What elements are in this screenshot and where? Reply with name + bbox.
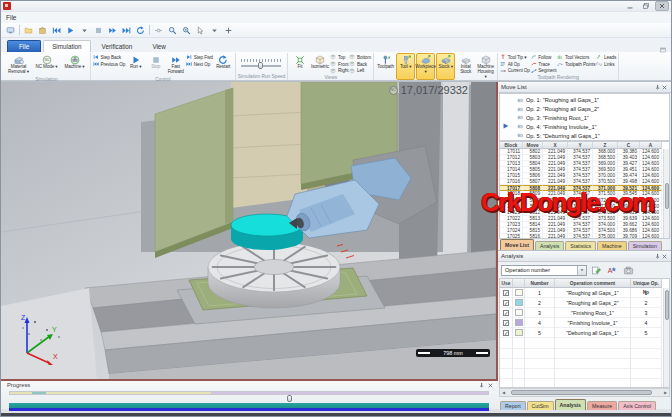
qat-open-button[interactable] <box>22 24 35 37</box>
step-back-button[interactable]: Step Back <box>93 54 125 61</box>
qat-fast-forward-button[interactable] <box>106 24 119 37</box>
op-number[interactable]: 5 <box>525 328 555 338</box>
operation-tree-item[interactable]: Op. 5: "Deburring all Gaps_1" <box>500 131 669 140</box>
initial-stock-button[interactable]: Initial Stock <box>456 53 475 80</box>
links-button[interactable]: Links <box>596 61 616 68</box>
op-comment[interactable]: "Finishing Involute_1" <box>555 318 631 328</box>
dock-tab-measure[interactable]: Measure <box>587 401 617 410</box>
ribbon-tab-file[interactable]: File <box>7 40 41 52</box>
qat-cursor-button[interactable] <box>194 24 207 37</box>
step-fwd-button[interactable]: Step Fwd <box>186 54 213 61</box>
op-unique-number[interactable]: 2 <box>631 298 662 308</box>
stop-button[interactable]: Stop <box>146 53 165 76</box>
dock-tab-move-list[interactable]: Move List <box>500 239 534 250</box>
progress-track[interactable] <box>9 391 489 395</box>
op-number[interactable]: 3 <box>525 308 555 318</box>
view-cube-button[interactable]: Bottom <box>349 54 371 61</box>
analysis-hscrollbar[interactable]: ◀▶ <box>499 388 670 397</box>
run-speed-handle[interactable] <box>258 62 263 69</box>
maximize-button[interactable] <box>639 1 653 11</box>
workpiece-button[interactable]: Workpiece ▾ <box>416 53 435 80</box>
qat-screen-button[interactable] <box>4 24 17 37</box>
move-column-header[interactable]: A <box>640 142 662 149</box>
ribbon-collapse-icon[interactable] <box>659 40 667 58</box>
move-column-header[interactable]: X <box>543 142 568 149</box>
close-icon[interactable] <box>487 382 494 389</box>
tool-tip-button[interactable]: Tool Tip ▾ <box>500 54 530 61</box>
pin-icon[interactable] <box>654 84 661 91</box>
dock-tab-statistics[interactable]: Statistics <box>565 241 596 250</box>
viewport-3d[interactable]: NC 17,017/29332 Z Y X 798 mm <box>1 82 498 379</box>
op-unique-number[interactable]: 3 <box>631 308 662 318</box>
close-icon[interactable] <box>661 84 668 91</box>
view-cube-button[interactable]: Left <box>349 68 371 75</box>
ribbon-tab-verification[interactable]: Verification <box>93 40 142 52</box>
fast-forward-button[interactable]: Fast Forward <box>166 53 185 76</box>
tool-button[interactable]: Tool ▾ <box>396 53 415 80</box>
analysis-column-header[interactable]: Number <box>525 279 555 288</box>
qat-run-button[interactable] <box>64 24 77 37</box>
qat-stop-button[interactable] <box>92 24 105 37</box>
leads-button[interactable]: Leads <box>596 54 616 61</box>
dock-tab-simulation[interactable]: Simulation <box>628 241 662 250</box>
move-column-header[interactable]: Block <box>500 142 523 149</box>
auto-highlight-button[interactable]: A <box>606 264 619 277</box>
move-column-header[interactable]: Y <box>568 142 593 149</box>
op-number[interactable]: 4 <box>525 318 555 328</box>
pin-icon[interactable] <box>478 382 485 389</box>
op-comment[interactable]: "Roughing all Gaps_1" <box>555 288 631 298</box>
tool-vectors-button[interactable]: Tool Vectors <box>557 54 595 61</box>
qat-dropdown-button[interactable] <box>208 24 221 37</box>
operation-tree-item[interactable]: Op. 4: "Finishing Involute_1" <box>500 122 669 131</box>
run-speed-slider[interactable] <box>238 53 284 73</box>
stock-button[interactable]: Stock ▾ <box>436 53 455 80</box>
operation-tree-item[interactable]: Op. 1: "Roughing all Gaps_1" <box>500 96 669 105</box>
qat-package-button[interactable] <box>36 24 49 37</box>
operation-tree-item[interactable]: Op. 3: "Finishing Root_1" <box>500 114 669 123</box>
restart-button[interactable]: Restart <box>214 53 233 76</box>
analysis-column-header[interactable]: Unique Op. No <box>631 279 662 288</box>
progress-slider-handle[interactable] <box>287 395 292 402</box>
analysis-filter-select[interactable]: Operation number <box>501 265 587 276</box>
qat-restart-button[interactable] <box>134 24 147 37</box>
run-button[interactable]: Run ▾ <box>126 53 145 76</box>
analysis-column-header[interactable]: Use <box>500 279 513 288</box>
dock-tab-cutsim[interactable]: CutSim <box>527 401 554 410</box>
ribbon-tab-simulation[interactable]: Simulation <box>43 40 90 52</box>
use-checkbox[interactable]: ✓ <box>503 290 509 296</box>
toolpath-button[interactable]: Toolpath <box>376 53 395 80</box>
use-checkbox[interactable]: ✓ <box>503 300 509 306</box>
qat-speed-slider-button[interactable] <box>152 24 165 37</box>
segment-button[interactable]: Segment <box>531 68 557 75</box>
move-column-header[interactable]: C <box>618 142 640 149</box>
op-comment[interactable]: "Roughing all Gaps_2" <box>555 298 631 308</box>
view-cube-button[interactable]: Back <box>349 61 371 68</box>
close-icon[interactable] <box>661 253 668 260</box>
nc-mode-button[interactable]: NCNC Mode ▾ <box>33 53 60 76</box>
qat-previous-op-button[interactable] <box>50 24 63 37</box>
analysis-column-header[interactable] <box>513 279 525 288</box>
fit-button[interactable]: Fit <box>290 53 309 74</box>
op-unique-number[interactable]: 5 <box>631 328 662 338</box>
trace-button[interactable]: Trace <box>531 61 557 68</box>
pin-icon[interactable] <box>654 253 661 260</box>
next-op-button[interactable]: Next Op <box>186 61 213 68</box>
dock-tab-analysis[interactable]: Analysis <box>555 399 586 410</box>
op-unique-number[interactable]: 4 <box>631 318 662 328</box>
dock-tab-analysis[interactable]: Analysis <box>535 241 564 250</box>
analysis-table-scrollbar[interactable] <box>663 288 669 387</box>
qat-dropdown-button[interactable] <box>78 24 91 37</box>
view-cube-button[interactable]: Right <box>330 68 348 75</box>
qat-add-button[interactable] <box>222 24 235 37</box>
report-edit-button[interactable] <box>590 264 603 277</box>
all-op-button[interactable]: All Op <box>500 61 530 68</box>
minimize-button[interactable] <box>623 1 637 11</box>
capture-button[interactable] <box>622 264 635 277</box>
file-menu[interactable]: File <box>6 14 16 21</box>
op-comment[interactable]: "Finishing Root_1" <box>555 308 631 318</box>
close-button[interactable] <box>655 1 669 11</box>
follow-button[interactable]: Follow <box>531 54 557 61</box>
use-checkbox[interactable]: ✓ <box>503 310 509 316</box>
qat-review-button[interactable] <box>166 24 179 37</box>
dock-tab-machine[interactable]: Machine <box>597 241 627 250</box>
